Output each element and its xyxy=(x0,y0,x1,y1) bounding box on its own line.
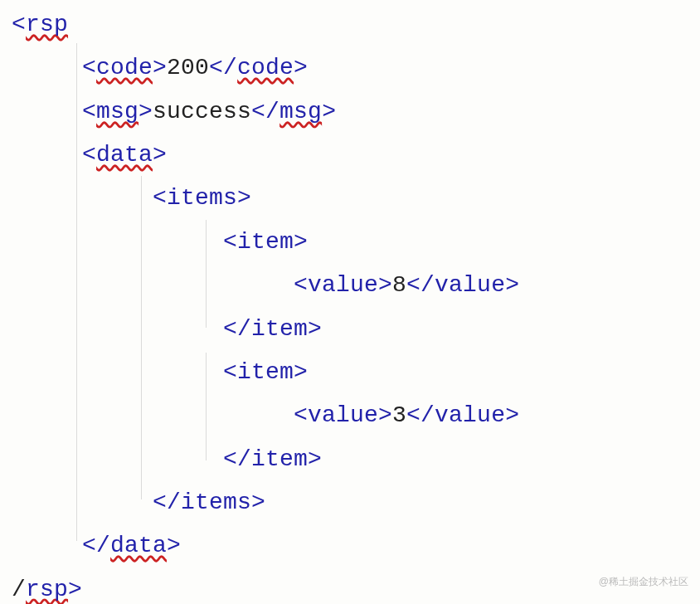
watermark: @稀土掘金技术社区 xyxy=(599,572,688,591)
code-line: <value>8</value> xyxy=(12,264,688,307)
code-line: </item> xyxy=(12,438,688,481)
token-err: msg xyxy=(96,99,139,124)
token-tag: < xyxy=(82,142,96,168)
token-tag: > xyxy=(153,55,167,80)
token-tag: </ xyxy=(251,99,280,124)
code-line: <item> xyxy=(12,351,688,394)
token-err: data xyxy=(110,533,167,558)
code-line: </item> xyxy=(12,308,688,351)
token-tag: <items> xyxy=(153,185,251,211)
token-tag: < xyxy=(82,55,96,80)
token-tag: > xyxy=(153,142,167,168)
code-line: /rsp> xyxy=(12,568,688,604)
indent-guide xyxy=(76,43,77,541)
token-tag: </value> xyxy=(406,402,519,428)
code-line: <code>200</code> xyxy=(12,46,688,90)
token-tag: <item> xyxy=(223,229,308,255)
token-tag: <value> xyxy=(294,272,392,298)
token-tag: < xyxy=(82,99,96,124)
indent-guide xyxy=(206,353,207,460)
code-line: </items> xyxy=(12,481,688,524)
token-tag: <item> xyxy=(223,359,308,385)
token-tag: > xyxy=(294,55,308,80)
token-tag: < xyxy=(12,12,26,37)
code-line: <rsp xyxy=(12,3,688,46)
token-tag: </item> xyxy=(223,446,322,472)
token-tag: > xyxy=(139,99,153,124)
code-line: <value>3</value> xyxy=(12,394,688,437)
code-line: </data> xyxy=(12,524,688,567)
code-line: <item> xyxy=(12,221,688,264)
code-line: <data> xyxy=(12,134,688,177)
token-tag: </item> xyxy=(223,316,322,342)
token-tag: </items> xyxy=(153,490,265,515)
token-txt: success xyxy=(153,99,251,124)
token-tag: > xyxy=(68,577,82,602)
token-tag: > xyxy=(167,533,181,558)
indent-guide xyxy=(141,176,142,499)
token-tag: </ xyxy=(209,55,237,80)
token-tag: <value> xyxy=(294,402,392,428)
token-err: data xyxy=(96,142,153,168)
code-line: <items> xyxy=(12,177,688,220)
code-line: <msg>success</msg> xyxy=(12,90,688,134)
token-err: rsp xyxy=(26,577,68,602)
token-err: rsp xyxy=(26,12,68,37)
token-tag: </value> xyxy=(406,272,519,298)
token-err: code xyxy=(96,55,153,80)
code-block: <rsp <code>200</code> <msg>success</msg>… xyxy=(12,3,688,604)
token-err: msg xyxy=(280,99,322,124)
token-txt: 8 xyxy=(392,272,406,298)
token-tag: </ xyxy=(82,533,110,558)
token-txt: 200 xyxy=(167,55,209,80)
token-txt: 3 xyxy=(392,402,406,428)
indent-guide xyxy=(206,220,207,328)
token-tag: > xyxy=(322,99,336,124)
token-txt: / xyxy=(12,577,26,602)
token-err: code xyxy=(237,55,294,80)
